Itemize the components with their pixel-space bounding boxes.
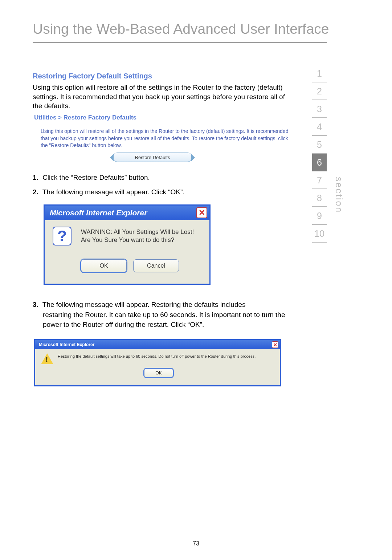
dialog2-titlebar: Microsoft Internet Explorer ✕ bbox=[35, 340, 280, 349]
restore-defaults-label: Restore Defaults bbox=[135, 155, 170, 160]
nav-item-2[interactable]: 2 bbox=[312, 82, 327, 100]
nav-item-7[interactable]: 7 bbox=[312, 171, 327, 189]
dialog-buttons: OK Cancel bbox=[81, 259, 179, 272]
ok-label-2: OK bbox=[155, 370, 162, 376]
ok-button[interactable]: OK bbox=[81, 259, 127, 272]
section-nav: 1 2 3 4 5 6 7 8 9 10 bbox=[312, 65, 327, 243]
title-underline bbox=[33, 42, 327, 43]
question-mark-icon: ? bbox=[57, 227, 67, 245]
step-2: 2. The following message will appear. Cl… bbox=[33, 188, 185, 196]
dialog2-body: Restoring the default settings will take… bbox=[35, 349, 280, 385]
intro-text: Using this option will restore all of th… bbox=[33, 83, 290, 111]
warning-dialog: Microsoft Internet Explorer ✕ ? WARNING:… bbox=[44, 204, 211, 285]
step-1-text: Click the “Restore Defaults” button. bbox=[42, 174, 150, 181]
step-1: 1. Click the “Restore Defaults” button. bbox=[33, 174, 150, 182]
ok-label: OK bbox=[99, 263, 108, 269]
close-button-2[interactable]: ✕ bbox=[272, 341, 278, 348]
step-1-number: 1. bbox=[33, 174, 38, 181]
step-2-text: The following message will appear. Click… bbox=[42, 188, 185, 196]
cancel-label: Cancel bbox=[147, 263, 165, 269]
nav-item-4[interactable]: 4 bbox=[312, 118, 327, 136]
nav-item-10[interactable]: 10 bbox=[312, 225, 327, 243]
warning-text: WARNING: All Your Settings Will be Lost!… bbox=[81, 228, 204, 244]
step-3: 3. The following message will appear. Re… bbox=[33, 300, 290, 330]
section-label: section bbox=[334, 177, 344, 213]
arrow-left-icon bbox=[110, 154, 114, 161]
breadcrumb: Utilities > Restore Factory Defaults bbox=[34, 114, 136, 121]
step-3-number: 3. bbox=[33, 301, 38, 308]
ok-button-2[interactable]: OK bbox=[144, 369, 173, 377]
nav-item-6[interactable]: 6 bbox=[312, 154, 327, 171]
router-help-text: Using this option will restore all of th… bbox=[41, 128, 295, 149]
close-button[interactable]: ✕ bbox=[196, 207, 207, 218]
dialog2-text: Restoring the default settings will take… bbox=[58, 354, 275, 358]
warning-line-1: WARNING: All Your Settings Will be Lost! bbox=[81, 228, 194, 235]
alert-icon bbox=[41, 353, 53, 364]
section-heading: Restoring Factory Default Settings bbox=[33, 72, 152, 80]
dialog-title: Microsoft Internet Explorer bbox=[50, 208, 147, 217]
nav-item-8[interactable]: 8 bbox=[312, 189, 327, 207]
page-title: Using the Web-Based Advanced User Interf… bbox=[33, 21, 329, 37]
dialog2-title: Microsoft Internet Explorer bbox=[39, 342, 94, 347]
nav-item-1[interactable]: 1 bbox=[312, 65, 327, 82]
close-icon: ✕ bbox=[199, 209, 205, 217]
page-number: 73 bbox=[193, 540, 199, 547]
warning-line-2: Are You Sure You want to do this? bbox=[81, 236, 174, 243]
nav-item-5[interactable]: 5 bbox=[312, 136, 327, 154]
cancel-button[interactable]: Cancel bbox=[133, 259, 179, 272]
dialog-titlebar: Microsoft Internet Explorer ✕ bbox=[45, 206, 209, 220]
nav-item-3[interactable]: 3 bbox=[312, 100, 327, 118]
step-3-text-b: restarting the Router. It can take up to… bbox=[43, 310, 290, 330]
nav-item-9[interactable]: 9 bbox=[312, 207, 327, 225]
close-icon-2: ✕ bbox=[273, 342, 277, 347]
info-dialog: Microsoft Internet Explorer ✕ Restoring … bbox=[34, 339, 281, 386]
question-icon: ? bbox=[53, 227, 72, 245]
step-3-text-a: The following message will appear. Resto… bbox=[42, 301, 246, 308]
dialog-body: ? WARNING: All Your Settings Will be Los… bbox=[45, 220, 209, 284]
step-2-number: 2. bbox=[33, 188, 38, 196]
restore-defaults-button[interactable]: Restore Defaults bbox=[113, 153, 192, 162]
arrow-right-icon bbox=[191, 154, 195, 161]
